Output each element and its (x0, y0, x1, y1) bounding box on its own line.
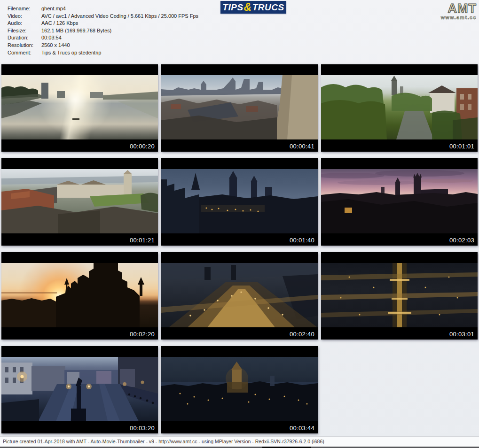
thumbnail-timestamp: 00:02:40 (290, 331, 314, 338)
thumbnail-timestamp: 00:01:40 (290, 237, 314, 244)
tips-trucs-logo-tips: TIPS (222, 2, 243, 13)
thumbnail-image (1, 75, 158, 139)
metadata-panel: Filename: ghent.mp4 Video: AVC / avc1 / … (8, 5, 198, 56)
metadata-value: Tips & Trucs op stedentrip (41, 49, 101, 57)
thumbnail-image (161, 357, 318, 421)
thumbnail-timestamp: 00:01:21 (130, 237, 155, 244)
metadata-row-duration: Duration: 00:03:54 (8, 34, 198, 42)
tips-trucs-logo-trucs: TRUCS (252, 2, 284, 13)
amt-logo: AMT www.amt.cc (441, 3, 477, 20)
video-thumbnail: 00:03:44 (161, 346, 318, 433)
metadata-value: AVC / avc1 / Advanced Video Coding / 5.6… (41, 13, 198, 20)
thumbnail-image (321, 263, 478, 327)
video-thumbnail: 00:00:20 (1, 64, 158, 152)
thumbnail-image (161, 75, 318, 139)
thumbnail-scene-art (321, 169, 478, 233)
thumbnail-image (161, 263, 318, 327)
thumbnail-timestamp: 00:03:44 (290, 425, 314, 432)
video-thumbnail: 00:02:40 (161, 252, 318, 340)
video-thumbnail: 00:00:41 (161, 64, 318, 152)
thumbnail-image (1, 169, 158, 233)
thumbnail-timestamp: 00:03:01 (449, 331, 474, 338)
video-thumbnail: 00:02:03 (321, 158, 478, 246)
video-thumbnail: 00:03:01 (321, 252, 478, 340)
footer-text: Picture created 01-Apr-2018 with AMT - A… (3, 439, 324, 444)
video-thumbnail: 00:01:40 (161, 158, 318, 246)
thumbnail-image (1, 263, 158, 327)
thumbnail-timestamp: 00:03:20 (130, 425, 155, 432)
thumbnail-scene-art (321, 75, 478, 139)
tips-trucs-logo: TIPS&TRUCS (220, 1, 286, 14)
metadata-row-filesize: Filesize: 162.1 MB (169.969.768 Bytes) (8, 27, 198, 35)
thumbnail-image (321, 169, 478, 233)
metadata-row-resolution: Resolution: 2560 x 1440 (8, 42, 198, 49)
metadata-label: Audio: (8, 20, 41, 27)
thumbnail-timestamp: 00:00:41 (290, 143, 314, 150)
metadata-row-filename: Filename: ghent.mp4 (8, 5, 198, 13)
thumbnail-timestamp: 00:02:03 (449, 237, 474, 244)
thumbnail-scene-art (1, 169, 158, 233)
thumbnail-timestamp: 00:01:01 (449, 143, 474, 150)
amt-logo-url: www.amt.cc (441, 15, 477, 20)
metadata-value: AAC / 126 Kbps (41, 20, 78, 27)
thumbnail-scene-art (161, 75, 318, 139)
thumbnail-scene-art (161, 169, 318, 233)
tips-trucs-logo-ampersand: & (244, 2, 252, 13)
metadata-value: 162.1 MB (169.969.768 Bytes) (41, 27, 111, 35)
thumbnail-image (161, 169, 318, 233)
thumbnail-image (1, 357, 158, 421)
thumbnail-timestamp: 00:00:20 (130, 143, 155, 150)
video-thumbnail: 00:01:01 (321, 64, 478, 152)
video-thumbnail: 00:03:20 (1, 346, 158, 433)
thumbnail-scene-art (1, 75, 158, 139)
amt-logo-title: AMT (441, 3, 477, 14)
video-thumbnail: 00:01:21 (1, 158, 158, 246)
metadata-value: 00:03:54 (41, 34, 62, 42)
metadata-value: ghent.mp4 (41, 5, 66, 13)
metadata-row-video: Video: AVC / avc1 / Advanced Video Codin… (8, 13, 198, 20)
metadata-row-audio: Audio: AAC / 126 Kbps (8, 20, 198, 27)
metadata-label: Filename: (8, 5, 41, 13)
metadata-row-comment: Comment: Tips & Trucs op stedentrip (8, 49, 198, 57)
footer-credit: Picture created 01-Apr-2018 with AMT - A… (0, 436, 479, 447)
thumbnail-scene-art (161, 263, 318, 327)
thumbnail-scene-art (1, 357, 158, 421)
metadata-label: Duration: (8, 34, 41, 42)
metadata-label: Comment: (8, 49, 41, 57)
metadata-value: 2560 x 1440 (41, 42, 70, 49)
metadata-label: Resolution: (8, 42, 41, 49)
thumbnail-timestamp: 00:02:20 (130, 331, 155, 338)
video-thumbnail: 00:02:20 (1, 252, 158, 340)
thumbnail-scene-art (321, 263, 478, 327)
thumbnail-scene-art (161, 357, 318, 421)
thumbnail-scene-art (1, 263, 158, 327)
metadata-label: Video: (8, 13, 41, 20)
metadata-label: Filesize: (8, 27, 41, 35)
thumbnail-image (321, 75, 478, 139)
